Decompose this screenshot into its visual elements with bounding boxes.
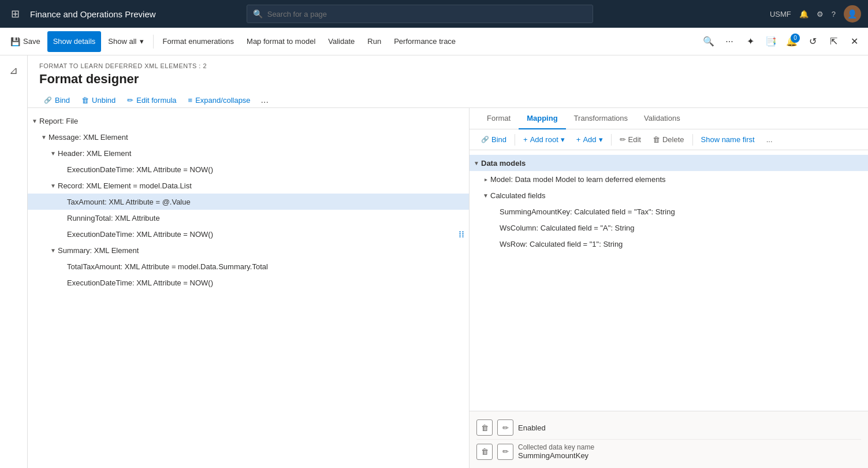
chevron-down-icon: ▾ [561,135,565,144]
main-layout: ⊿ FORMAT TO LEARN DEFERRED XML ELEMENTS … [0,55,868,468]
more-toolbar-icon[interactable]: ··· [720,32,739,51]
tab-format[interactable]: Format [479,108,519,129]
add-root-button[interactable]: + Add root ▾ [519,133,569,146]
user-label: USMF [770,10,791,18]
tree-item[interactable]: RunningTotal: XML Attribute [28,210,469,226]
delete-button[interactable]: 🗑 Delete [648,133,689,146]
map-format-button[interactable]: Map format to model [241,31,321,52]
plus-icon: + [576,135,581,144]
secondary-toolbar: 💾 Save Show details Show all ▾ Format en… [0,28,868,55]
save-button[interactable]: 💾 Save [5,31,46,52]
tree-item[interactable]: ▼ Summary: XML Element [28,242,469,258]
separator [692,134,693,146]
tree-item-label: RunningTotal: XML Attribute [67,214,160,222]
refresh-icon[interactable]: ↺ [803,32,822,51]
enabled-edit-button[interactable]: ✏ [497,419,513,436]
format-more-button[interactable]: ... [258,92,272,107]
close-icon[interactable]: ✕ [845,32,863,51]
unbind-icon: 🗑 [81,96,89,105]
validate-button[interactable]: Validate [322,31,360,52]
notification-count: 0 [791,34,800,43]
mapping-tabs: Format Mapping Transformations Validatio… [470,108,868,129]
tree-item-label: ExecutionDateTime: XML Attribute = NOW() [67,165,213,174]
expand-collapse-button[interactable]: ≡ Expand/collapse [184,94,255,107]
mapping-toolbar: 🔗 Bind + Add root ▾ + Add ▾ [470,129,868,150]
search-toolbar-icon[interactable]: 🔍 [699,32,718,51]
tree-item-selected[interactable]: TaxAmount: XML Attribute = @.Value [28,194,469,210]
app-grid-icon[interactable]: ⊞ [7,6,23,22]
tree-item[interactable]: ExecutionDateTime: XML Attribute = NOW() [28,161,469,177]
collected-key-row: 🗑 ✏ Collected data key name SummingAmoun… [476,440,861,463]
run-button[interactable]: Run [362,31,387,52]
tree-item[interactable]: ExecutionDateTime: XML Attribute = NOW()… [28,226,469,242]
format-tree[interactable]: ▼ Report: File ▼ Message: XML Element ▼ … [28,108,469,468]
key-delete-button[interactable]: 🗑 [476,444,493,460]
tab-validations[interactable]: Validations [636,108,688,129]
map-item-wscolumn[interactable]: WsColumn: Calculated field = "A": String [470,220,868,236]
edit-button[interactable]: ✏ Edit [615,133,646,146]
pinview-icon[interactable]: ✦ [741,32,759,51]
map-item-label: Data models [481,159,526,168]
expander-icon: ▸ [481,176,490,183]
key-prop-label: Collected data key name [518,443,594,451]
mapping-more-button[interactable]: ... [762,133,777,146]
split-view: ▼ Report: File ▼ Message: XML Element ▼ … [28,108,868,468]
map-item-label: Model: Data model Model to learn deferre… [490,175,666,184]
mapping-bind-button[interactable]: 🔗 Bind [476,133,511,146]
tab-transformations[interactable]: Transformations [566,108,636,129]
show-name-first-button[interactable]: Show name first [696,133,759,146]
content-area: FORMAT TO LEARN DEFERRED XML ELEMENTS : … [28,55,868,468]
tree-item-label: Summary: XML Element [58,246,139,255]
map-item-label: WsColumn: Calculated field = "A": String [500,224,635,232]
edit-formula-button[interactable]: ✏ Edit formula [122,94,181,107]
map-item-summing[interactable]: SummingAmountKey: Calculated field = "Ta… [470,203,868,220]
add-button[interactable]: + Add ▾ [572,133,608,146]
tree-item[interactable]: ▼ Report: File [28,113,469,129]
tree-item[interactable]: ▼ Message: XML Element [28,129,469,145]
expander-icon [58,231,67,237]
tree-item-label: Record: XML Element = model.Data.List [58,181,192,190]
tree-item[interactable]: ▼ Record: XML Element = model.Data.List [28,177,469,194]
enabled-delete-button[interactable]: 🗑 [476,419,493,436]
map-item-data-models[interactable]: ▼ Data models [470,155,868,171]
tree-item[interactable]: TotalTaxAmount: XML Attribute = model.Da… [28,258,469,274]
search-bar[interactable]: 🔍 [247,5,593,23]
open-external-icon[interactable]: ⇱ [824,32,843,51]
help-icon[interactable]: ? [832,10,836,18]
mapping-panel: Format Mapping Transformations Validatio… [470,108,868,468]
settings-icon[interactable]: ⚙ [817,10,824,18]
show-details-button[interactable]: Show details [47,31,102,52]
map-item-model[interactable]: ▸ Model: Data model Model to learn defer… [470,171,868,187]
expander-icon [58,280,67,286]
map-item-label: SummingAmountKey: Calculated field = "Ta… [500,207,675,216]
bookmark-icon[interactable]: 📑 [762,32,780,51]
map-item-label: Calculated fields [490,191,545,200]
breadcrumb: FORMAT TO LEARN DEFERRED XML ELEMENTS : … [39,62,856,69]
show-all-button[interactable]: Show all ▾ [102,31,149,52]
format-panel: ▼ Report: File ▼ Message: XML Element ▼ … [28,108,470,468]
edit-icon: ✏ [620,135,626,144]
map-item-wsrow[interactable]: WsRow: Calculated field = "1": String [470,236,868,252]
search-icon: 🔍 [253,9,263,18]
format-enumerations-button[interactable]: Format enumerations [157,31,240,52]
chevron-down-icon: ▾ [140,37,144,46]
tree-item[interactable]: ▼ Header: XML Element [28,145,469,161]
expander-icon: ▼ [472,160,481,166]
save-icon: 💾 [10,37,20,46]
performance-trace-button[interactable]: Performance trace [388,31,461,52]
badge-container: 🔔 0 [783,32,801,51]
bind-button[interactable]: 🔗 Bind [39,94,74,107]
mapping-tree[interactable]: ▼ Data models ▸ Model: Data model Model … [470,150,868,411]
tab-mapping[interactable]: Mapping [519,108,565,129]
unbind-button[interactable]: 🗑 Unbind [77,94,120,107]
tree-item[interactable]: ExecutionDateTime: XML Attribute = NOW() [28,274,469,291]
map-item-calculated-fields[interactable]: ▼ Calculated fields [470,187,868,203]
avatar[interactable]: 👤 [844,5,861,23]
search-input[interactable] [267,10,587,18]
notifications-icon[interactable]: 🔔 [799,10,809,18]
key-edit-button[interactable]: ✏ [497,444,513,460]
expander-icon [58,199,67,205]
separator [153,35,154,49]
sidebar-filter-icon[interactable]: ⊿ [3,60,24,81]
expander-icon [490,209,500,215]
